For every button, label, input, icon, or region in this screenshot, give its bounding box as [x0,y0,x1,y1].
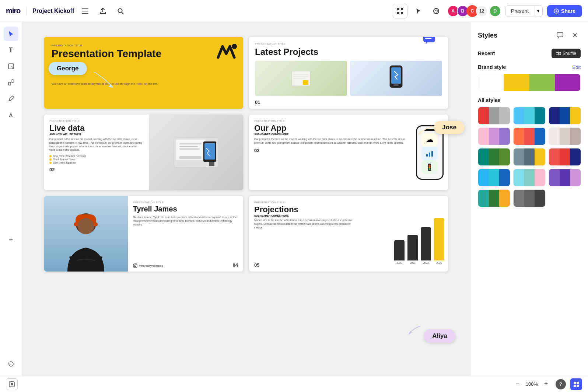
annotation-aliya: Aliya [424,329,455,343]
cursor-mode-button[interactable] [412,4,425,18]
text-tool[interactable]: T [4,43,18,57]
zoom-level: 100% [526,381,538,387]
search-button[interactable] [114,4,127,18]
svg-rect-0 [82,8,88,9]
zoom-minus-button[interactable]: − [512,379,523,389]
slide5-instagram: #therealtyrellames [133,263,163,268]
svg-rect-45 [133,264,137,267]
styles-panel-header: Styles ✕ [478,29,581,41]
help-button[interactable]: ? [556,379,566,389]
svg-point-40 [429,168,431,170]
add-tool[interactable]: + [4,232,18,247]
comment-panel-btn[interactable] [554,29,566,41]
zoom-plus-button[interactable]: + [541,379,551,389]
present-button[interactable]: Present ▾ [505,5,543,17]
sticky-tool[interactable] [4,59,18,74]
marker-button[interactable] [430,4,443,18]
bar-chart: 2020 2021 2022 2023 [394,213,444,264]
style-swatch[interactable] [478,107,510,125]
present-arrow[interactable]: ▾ [534,6,542,16]
style-swatch[interactable] [478,148,510,166]
share-button[interactable]: Share [547,5,582,17]
slide2-pres-label: PRESENTATION TITLE [255,43,442,45]
svg-rect-32 [179,156,202,159]
slide6-pres-label: PRESENTATION TITLE [254,201,443,204]
slide2-img-phone [350,61,442,96]
styles-panel: Styles ✕ Recent Shuffle Brand style Edit… [470,22,588,376]
style-swatch[interactable] [549,148,581,166]
svg-rect-7 [401,12,403,14]
slide-6[interactable]: PRESENTATION TITLE Projections SUBHEADER… [249,196,448,272]
slide5-content: PRESENTATION TITLE Tyrell James Meet our… [128,196,243,272]
svg-rect-54 [574,382,576,384]
george-arrow [92,70,114,88]
styles-panel-icons: ✕ [554,29,581,41]
grid-view-button[interactable] [570,378,582,390]
style-swatch[interactable] [549,127,581,145]
cursor-tool[interactable] [4,27,18,41]
bar-2022: 2022 [421,227,431,264]
slide-2[interactable]: PRESENTATION TITLE Latest Projects [249,37,448,109]
shapes-tool[interactable] [4,75,18,90]
styles-panel-title: Styles [478,32,497,39]
svg-rect-27 [179,143,202,144]
svg-rect-4 [397,8,399,10]
apps-grid-button[interactable] [393,4,407,18]
app-icon-chart [421,147,438,160]
style-swatch[interactable] [478,189,510,207]
style-swatch[interactable] [513,189,546,207]
style-swatch[interactable] [549,169,581,186]
bar-2023: 2023 [434,218,444,264]
svg-rect-35 [429,153,430,157]
slide-5[interactable]: PRESENTATION TITLE Tyrell James Meet our… [44,196,243,272]
style-swatch[interactable] [513,127,546,145]
svg-rect-5 [401,8,403,10]
project-title: Project Kickoff [32,8,74,14]
avatar-count: 12 [476,5,488,17]
svg-rect-34 [426,154,428,157]
svg-rect-18 [303,80,308,85]
slide5-number: 04 [233,262,238,268]
svg-rect-31 [204,143,215,160]
undo-tool[interactable] [4,357,18,371]
style-swatch[interactable] [478,127,510,145]
bullet-3: Live Traffic Updates [53,161,76,164]
style-swatch[interactable] [513,148,546,166]
svg-point-47 [136,264,137,265]
svg-point-13 [232,44,237,49]
styles-grid [478,107,581,207]
all-styles-label: All styles [478,97,500,103]
miro-logo: miro [6,7,20,15]
marker-tool[interactable]: A [4,108,18,122]
present-label[interactable]: Present [506,6,534,17]
canvas[interactable]: PRESENTATION TITLE Presentation Template… [22,22,470,376]
svg-point-8 [434,8,439,14]
export-button[interactable] [96,4,109,18]
svg-rect-56 [574,385,576,387]
style-swatch[interactable] [513,169,546,186]
slide4-title: Our App [254,123,406,133]
style-swatch[interactable] [513,107,546,125]
slide2-title: Latest Projects [255,47,442,57]
menu-button[interactable] [78,4,92,18]
close-panel-btn[interactable]: ✕ [569,29,581,41]
slide6-body: Market size is the number of individuals… [254,218,358,229]
slide4-left: PRESENTATION TITLE Our App SUBHEADER COM… [249,115,411,190]
slide4-subtitle: SUBHEADER COMES HERE [254,133,406,136]
slide3-title: Live data [49,123,144,133]
style-swatch[interactable] [549,107,581,125]
all-styles-section-header: All styles [478,97,581,103]
pen-tool[interactable] [4,91,18,106]
shuffle-button[interactable]: Shuffle [552,49,581,58]
slide-3[interactable]: PRESENTATION TITLE Live data AND HOW WE … [44,115,243,190]
edit-link[interactable]: Edit [573,64,581,70]
brand-color-swatch[interactable] [478,74,581,91]
slides-grid: PRESENTATION TITLE Presentation Template… [22,22,470,286]
svg-point-46 [134,265,136,267]
frames-button[interactable] [6,378,18,390]
bullet-2: Stock Market News [53,158,75,161]
style-swatch[interactable] [478,169,510,186]
svg-rect-21 [393,84,399,86]
slide4-pres-label: PRESENTATION TITLE [254,120,406,122]
svg-rect-53 [11,383,13,385]
